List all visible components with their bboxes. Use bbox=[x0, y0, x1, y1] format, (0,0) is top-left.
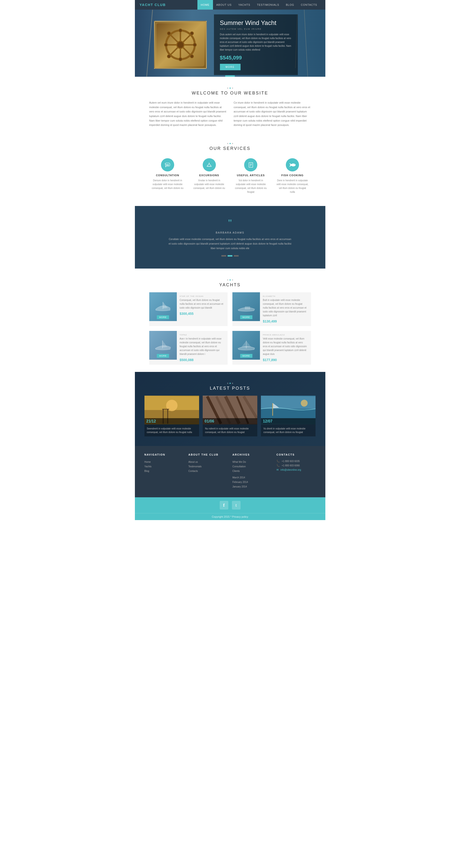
yacht-card-4: MORE PRINCE ABDULAZIZ Velit esse molesti… bbox=[232, 331, 311, 365]
yacht-price-3: $500,088 bbox=[180, 358, 225, 362]
yachts-section: YACHTS MORE STAR OF THE OCEAN Consequat,… bbox=[135, 269, 325, 372]
yachts-title: YACHTS bbox=[149, 282, 311, 287]
svg-point-11 bbox=[179, 58, 182, 61]
p-dot3 bbox=[232, 383, 233, 384]
testimonial-name: BARBARA ADAMS bbox=[216, 231, 244, 234]
footer-phone1-row: 📞 +1 800 603 6035 bbox=[276, 460, 316, 463]
footer-arch-march[interactable]: March 2014 bbox=[232, 475, 272, 480]
svg-line-9 bbox=[169, 47, 178, 56]
nav-links: HOME ABOUT US YACHTS TESTIMONIALS BLOG C… bbox=[197, 0, 321, 9]
post-card-2[interactable]: 01/06 Nu ndrerit in vulputate velit esse… bbox=[203, 396, 257, 436]
footer-arch-clients[interactable]: Clients bbox=[232, 469, 272, 473]
footer: NAVIGATION Home Yachts Blog ABOUT THE CL… bbox=[135, 446, 325, 497]
footer-about-link1[interactable]: About us bbox=[188, 460, 228, 464]
chat-icon bbox=[165, 162, 170, 168]
nav-yachts[interactable]: YACHTS bbox=[235, 0, 254, 9]
yacht-img-1: MORE bbox=[149, 292, 177, 321]
hero-title: Summer Wind Yacht bbox=[220, 19, 292, 27]
post-date-3: 12/07 bbox=[263, 419, 272, 424]
service-articles: USEFUL ARTICLES Vul dolor in hendrerit i… bbox=[232, 156, 269, 196]
footer-nav-blog[interactable]: Blog bbox=[144, 469, 184, 473]
logo[interactable]: YACHT CLUB bbox=[140, 3, 166, 7]
services-title: OUR SERVICES bbox=[149, 146, 311, 151]
twitter-button[interactable]: t bbox=[232, 501, 240, 509]
post-img-3: 12/07 bbox=[261, 396, 316, 425]
welcome-dots bbox=[149, 84, 311, 91]
yacht-card-3: MORE TOPAZ Aoe r in hendrerit in vulputa… bbox=[149, 331, 228, 365]
t-dot3[interactable] bbox=[234, 255, 239, 256]
yacht-tag-4: PRINCE ABDULAZIZ bbox=[263, 334, 308, 336]
hero-more-button[interactable]: MORE bbox=[220, 64, 240, 70]
svg-point-47 bbox=[301, 400, 308, 407]
yacht-more-btn-3[interactable]: MORE bbox=[157, 354, 169, 358]
footer-arch-consult[interactable]: Consultation bbox=[232, 464, 272, 469]
email-icon: ✉ bbox=[276, 468, 278, 471]
phone-icon-2: 📞 bbox=[276, 464, 280, 467]
hero-description: Duis autem vel eum iriure dolor in hendr… bbox=[220, 33, 292, 52]
nav-home[interactable]: HOME bbox=[197, 0, 213, 9]
welcome-text-right: Ce iriure dolor in hendrerit in vulputat… bbox=[234, 100, 311, 127]
latest-posts-section: LATEST POSTS 21/12 Seendrerit in vulputa… bbox=[135, 372, 325, 446]
footer-nav-home[interactable]: Home bbox=[144, 460, 184, 464]
svg-rect-38 bbox=[162, 409, 169, 409]
footer-contacts: CONTACTS 📞 +1 800 603 6035 📞 +1 800 603 … bbox=[276, 453, 316, 489]
nav-testimonials[interactable]: TESTIMONIALS bbox=[254, 0, 283, 9]
hero-price: $545,099 bbox=[220, 55, 292, 61]
hero-subtitle: SES AUTEM VEL EUM IRIURE bbox=[220, 28, 292, 30]
yacht-tag-2: ELIZABETH bbox=[263, 295, 308, 297]
footer-email[interactable]: info@siteonline.org bbox=[281, 468, 301, 471]
nav-about[interactable]: ABOUT US bbox=[213, 0, 235, 9]
copyright-bar: Copyright 2015 * Privacy policy bbox=[135, 513, 325, 520]
services-section: OUR SERVICES CONSULTATION Deriure dolor … bbox=[135, 134, 325, 206]
footer-about: ABOUT THE CLUB About us Testimonials Con… bbox=[188, 453, 228, 489]
yacht-img-4: MORE bbox=[232, 331, 260, 360]
excursions-label: EXCURSIONS bbox=[193, 174, 225, 177]
p-dot1 bbox=[227, 383, 228, 384]
services-grid: CONSULTATION Deriure dolor in hendrerit … bbox=[149, 156, 311, 196]
svg-point-13 bbox=[193, 43, 196, 46]
yacht-card-2: MORE ELIZABETH Bult in vulputate velit e… bbox=[232, 292, 311, 326]
yacht-tag-1: STAR OF THE OCEAN bbox=[180, 295, 225, 297]
yacht-boat-1 bbox=[153, 301, 172, 313]
excursions-icon bbox=[203, 158, 216, 172]
facebook-button[interactable]: f bbox=[220, 501, 228, 509]
consultation-icon bbox=[161, 158, 174, 172]
nav-blog[interactable]: BLOG bbox=[283, 0, 298, 9]
yacht-info-2: ELIZABETH Bult in vulputate velit esse m… bbox=[260, 292, 311, 326]
post-card-1[interactable]: 21/12 Seendrerit in vulputate velit esse… bbox=[144, 396, 199, 436]
footer-about-link3[interactable]: Contacts bbox=[188, 469, 228, 473]
boat-icon bbox=[206, 162, 212, 168]
welcome-columns: Autem vel eum iriure dolor in hendrerit … bbox=[149, 100, 311, 127]
post-card-3[interactable]: 12/07 Vu drerit in vulputate velit esse … bbox=[261, 396, 316, 436]
footer-nav-title: NAVIGATION bbox=[144, 453, 184, 456]
footer-arch-what[interactable]: What We Do bbox=[232, 460, 272, 464]
yacht-more-btn-1[interactable]: MORE bbox=[157, 315, 169, 319]
footer-about-link2[interactable]: Testimonials bbox=[188, 464, 228, 469]
yachts-dots bbox=[149, 276, 311, 282]
posts-dots bbox=[144, 379, 316, 386]
yacht-desc-2: Bult in vulputate velit esse molestie co… bbox=[263, 298, 308, 317]
testimonial-text: Cerafate velit esse molestie consequat, … bbox=[168, 237, 292, 250]
nav-contacts[interactable]: CONTACTS bbox=[298, 0, 321, 9]
welcome-text-left: Autem vel eum iriure dolor in hendrerit … bbox=[149, 100, 227, 127]
svg-point-17 bbox=[167, 55, 171, 58]
posts-title: LATEST POSTS bbox=[144, 386, 316, 391]
testimonial-section: " BARBARA ADAMS Cerafate velit esse mole… bbox=[135, 206, 325, 269]
yacht-price-1: $300,455 bbox=[180, 312, 225, 315]
quote-mark: " bbox=[228, 218, 232, 227]
phone-icon-1: 📞 bbox=[276, 460, 280, 463]
footer-arch-jan[interactable]: January 2014 bbox=[232, 484, 272, 489]
t-dot2[interactable] bbox=[228, 255, 232, 256]
svg-rect-48 bbox=[272, 403, 273, 416]
post-date-1: 21/12 bbox=[146, 419, 156, 424]
yacht-img-3: MORE bbox=[149, 331, 177, 360]
svg-line-8 bbox=[183, 33, 192, 42]
social-bar: f t bbox=[135, 497, 325, 513]
s-dot2 bbox=[230, 143, 231, 144]
footer-nav-yachts[interactable]: Yachts bbox=[144, 464, 184, 469]
t-dot1[interactable] bbox=[221, 255, 226, 256]
yacht-more-btn-2[interactable]: MORE bbox=[240, 315, 252, 319]
welcome-title: WELCOME TO OUR WEBSITE bbox=[149, 91, 311, 96]
footer-arch-feb[interactable]: February 2014 bbox=[232, 480, 272, 484]
yacht-more-btn-4[interactable]: MORE bbox=[240, 354, 252, 358]
